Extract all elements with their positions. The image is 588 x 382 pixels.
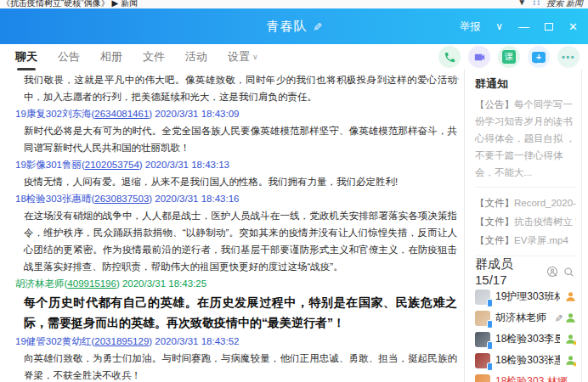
tab-相册[interactable]: 相册 (100, 49, 122, 65)
sender-name[interactable]: 19健管302黄幼红 (15, 336, 91, 346)
sender-uin-link[interactable]: 2630837503 (94, 194, 149, 204)
tab-文件[interactable]: 文件 (143, 49, 165, 65)
group-notice-text[interactable]: 【公告】每个同学写一份学习知青岁月的读书心得体会，题目自拟 ，不要千篇一律心得体… (475, 96, 576, 181)
message-sender-line: 19健管302黄幼红(2031895129) 2020/3/31 18:43:5… (15, 333, 457, 350)
member-name: 18检验303 林娜 (495, 374, 571, 382)
divider (475, 187, 576, 188)
file-name: EV录屏.mp4 (514, 235, 568, 245)
report-button[interactable]: 举报 (460, 20, 480, 34)
more-dots-icon: ••• (562, 52, 575, 62)
tab-设置[interactable]: 设置∨ (228, 49, 258, 65)
scroll-arrows-icon: ↕↕ (532, 0, 540, 8)
message-sender-line: 19影像301鲁丽(2102053754) 2020/3/31 18:43:13 (15, 156, 457, 173)
sender-name[interactable]: 18检验303张惠晴 (15, 194, 91, 204)
message-text: 疫情无情，人间有爱。退缩，从来不是我们国人的性格。我们拥有力量，我们必定胜利! (15, 173, 457, 190)
group-notice-title: 群通知 (475, 76, 576, 92)
tab-活动[interactable]: 活动 (185, 49, 207, 65)
member-badges: ★ (565, 334, 576, 345)
sender-uin-link[interactable]: 2031895129 (94, 336, 149, 346)
message-sender-line: 胡济林老师(409915196) 2020/3/31 18:43:25 (15, 275, 457, 292)
course-button[interactable]: 课 (498, 46, 520, 68)
chat-messages: 我们敬畏，这就是平凡中的伟大吧。像英雄致敬，同时年少的我们也将积极投身到这样的爱… (0, 70, 464, 382)
members-count-label: 群成员 15/17 (475, 256, 546, 287)
message-timestamp: 2020/3/31 18:43:25 (122, 278, 206, 289)
sidebar-scrollbar[interactable] (581, 70, 588, 382)
message-sender-line: 19康复302刘东海(2634081461) 2020/3/31 18:43:0… (15, 105, 457, 122)
group-sidebar: 群通知 【公告】每个同学写一份学习知青岁月的读书心得体会，题目自拟 ，不要千篇一… (464, 70, 581, 382)
file-tag: 【文件】 (475, 235, 514, 245)
video-call-button[interactable] (468, 46, 490, 68)
content-area: 我们敬畏，这就是平凡中的伟大吧。像英雄致敬，同时年少的我们也将积极投身到这样的爱… (0, 70, 588, 382)
group-admin-star-icon: ★ (565, 355, 576, 366)
sender-name[interactable]: 胡济林老师 (15, 278, 65, 289)
member-name: 胡济林老师 (495, 311, 549, 325)
chat-message: 19健管302黄幼红(2031895129) 2020/3/31 18:43:5… (15, 333, 457, 382)
file-item[interactable]: 【文件】EV录屏.mp4 (475, 231, 576, 250)
more-button[interactable]: ••• (557, 46, 580, 68)
file-name: 抗击疫情树立 “... (514, 216, 576, 227)
file-tag: 【文件】 (475, 198, 514, 208)
sender-uin-link[interactable]: 409915196 (67, 278, 116, 289)
minimize-button[interactable]: — (518, 20, 529, 33)
message-text: 新时代必将是大有可为的时代。全党全国各族人民要像英雄模范那样坚守、像英雄模范那样… (15, 122, 457, 156)
file-list: 【文件】Record_2020-0...【文件】抗击疫情树立 “...【文件】E… (475, 194, 576, 250)
bubble-plus-icon: + (532, 52, 546, 63)
sender-name[interactable]: 19影像301鲁丽 (15, 160, 82, 170)
sender-uin-link[interactable]: 2634081461 (94, 109, 149, 119)
maximize-button[interactable] (545, 23, 553, 31)
member-name: 18检验303李昱 (495, 332, 560, 346)
chat-message: 胡济林老师(409915196) 2020/3/31 18:43:25每个历史时… (15, 275, 457, 333)
member-avatar (475, 289, 490, 305)
close-button[interactable]: ✕ (568, 20, 578, 33)
chat-message: 18检验303张惠晴(2630837503) 2020/3/31 18:43:1… (15, 190, 457, 275)
collapse-chat-icon[interactable] (451, 75, 458, 81)
message-timestamp: 2020/3/31 18:43:09 (155, 109, 239, 119)
member-avatar (475, 311, 490, 326)
phone-icon (444, 51, 456, 64)
tab-label: 活动 (185, 49, 207, 65)
edit-title-icon[interactable]: ✎ (311, 22, 324, 31)
member-row[interactable]: 19护理303班林 (475, 286, 576, 307)
toolbar: 课 + ••• (438, 46, 588, 68)
sender-uin-link[interactable]: 2102053754 (85, 160, 139, 170)
tab-label: 聊天 (15, 49, 37, 65)
video-camera-icon (473, 51, 486, 64)
member-badges: ★ (565, 355, 576, 366)
message-timestamp: 2020/3/31 18:43:52 (155, 336, 239, 346)
tab-公告[interactable]: 公告 (58, 49, 80, 65)
file-tag: 【文件】 (475, 216, 514, 227)
member-row[interactable]: 胡济林老师✎ (475, 307, 576, 329)
voice-call-button[interactable] (438, 46, 461, 68)
mobile-online-icon (487, 320, 493, 329)
message-timestamp: 2020/3/31 18:43:13 (145, 160, 229, 170)
search-icon[interactable] (563, 267, 574, 278)
background-search-label: 搜索 新闻 (546, 0, 583, 8)
member-name: 18检验303张惠晴 (495, 353, 560, 368)
member-avatar (475, 374, 490, 382)
background-browser-strip: 《抗击疫情树立“硬核”偶像》 ▶ 新闻 ▼ ↕↕ 搜索 新闻 (0, 0, 588, 8)
chat-message: 19影像301鲁丽(2102053754) 2020/3/31 18:43:13… (15, 156, 457, 190)
notice-tag: 【公告】 (475, 99, 514, 110)
tab-bar: 聊天公告相册文件活动设置∨ 课 + ••• (0, 44, 588, 70)
chevron-down-icon[interactable]: ∨ (495, 20, 503, 32)
group-admin-star-icon: ★ (565, 334, 576, 345)
sender-name[interactable]: 19康复302刘东海 (15, 109, 91, 119)
chat-message: 我们敬畏，这就是平凡中的伟大吧。像英雄致敬，同时年少的我们也将积极投身到这样的爱… (15, 71, 457, 105)
mobile-online-icon (487, 362, 493, 371)
invite-member-icon[interactable] (546, 266, 558, 278)
edit-card-icon[interactable]: ✎ (552, 313, 564, 322)
create-topic-button[interactable]: + (528, 46, 550, 68)
file-name: Record_2020-0... (514, 198, 576, 208)
member-row[interactable]: 18检验303 林娜 (475, 371, 576, 382)
file-item[interactable]: 【文件】Record_2020-0... (475, 194, 576, 212)
tab-聊天[interactable]: 聊天 (15, 49, 37, 65)
tab-label: 公告 (58, 49, 80, 65)
dropdown-arrow-icon: ▼ (517, 0, 526, 8)
file-item[interactable]: 【文件】抗击疫情树立 “... (475, 212, 576, 231)
chevron-down-icon: ∨ (252, 53, 258, 61)
member-row[interactable]: 18检验303张惠晴★ (475, 350, 576, 371)
group-title: 青春队 (267, 19, 308, 35)
member-row[interactable]: 18检验303李昱★ (475, 329, 576, 350)
member-avatar (475, 353, 490, 368)
member-avatar (475, 332, 490, 347)
